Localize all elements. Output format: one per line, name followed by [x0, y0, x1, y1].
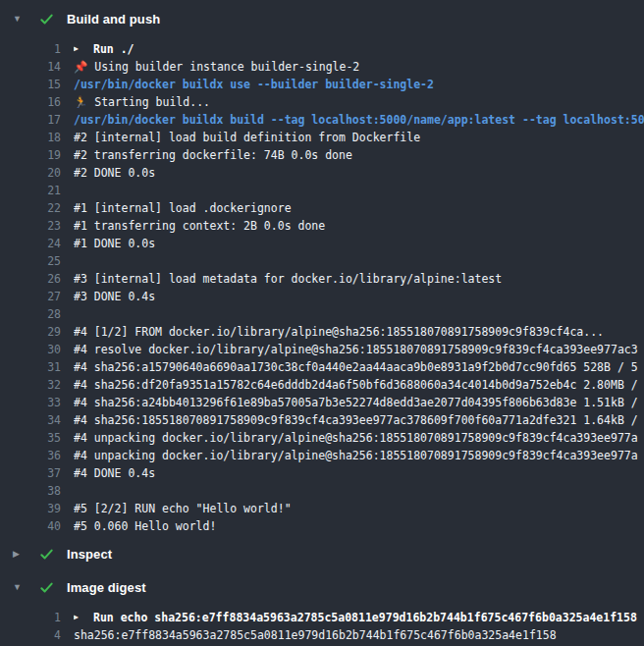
- line-text: #2 [internal] load build definition from…: [74, 131, 644, 144]
- line-number[interactable]: 39: [0, 502, 61, 515]
- line-number[interactable]: 18: [0, 131, 61, 144]
- line-content: 📌 Using builder instance builder-single-…: [74, 60, 359, 74]
- line-number[interactable]: 22: [0, 201, 61, 215]
- line-number[interactable]: 17: [0, 113, 61, 127]
- line-text: #4 sha256:a15790640a6690aa1730c38cf0a440…: [74, 360, 644, 374]
- line-number[interactable]: 26: [0, 272, 61, 286]
- line-text: 🏃 Starting build...: [74, 95, 644, 109]
- line-content: 🏃 Starting build...: [74, 95, 210, 109]
- line-number[interactable]: 14: [0, 60, 61, 74]
- line-text: /usr/bin/docker buildx build --tag local…: [74, 113, 644, 127]
- section-header[interactable]: ▼ Image digest: [0, 572, 644, 602]
- line-number[interactable]: 38: [0, 484, 61, 498]
- log-section-build-and-push: ▼ Build and push 1 ▶Run ./ 14 📌 Using bu…: [0, 4, 644, 535]
- line-number[interactable]: 33: [0, 396, 61, 409]
- section-toggle-icon[interactable]: ▶: [13, 550, 25, 559]
- line-number[interactable]: 36: [0, 449, 61, 462]
- line-number[interactable]: 15: [0, 78, 61, 91]
- log-line: 14 📌 Using builder instance builder-sing…: [0, 58, 644, 76]
- line-text: #1 [internal] load .dockerignore: [74, 201, 644, 215]
- line-number[interactable]: 19: [0, 148, 61, 162]
- line-text: 📌 Using builder instance builder-single-…: [74, 60, 644, 74]
- log-line: 1 ▶Run echo sha256:e7ff8834a5963a2785c5a…: [0, 609, 644, 626]
- log-line: 21: [0, 182, 644, 199]
- check-icon: [38, 546, 54, 562]
- log-line: 30 #4 resolve docker.io/library/alpine@s…: [0, 341, 644, 358]
- line-text: #4 sha256:185518070891758909c9f839cf4ca3…: [74, 413, 644, 427]
- log-line: 36 #4 unpacking docker.io/library/alpine…: [0, 447, 644, 464]
- line-number[interactable]: 21: [0, 184, 61, 197]
- section-header[interactable]: ▶ Inspect: [0, 539, 644, 568]
- line-content: #4 sha256:a15790640a6690aa1730c38cf0a440…: [74, 360, 638, 374]
- line-text: #4 resolve docker.io/library/alpine@sha2…: [74, 343, 644, 356]
- line-text: #5 [2/2] RUN echo "Hello world!": [74, 502, 644, 515]
- log-line: 32 #4 sha256:df20fa9351a15782c64e6dddb2d…: [0, 376, 644, 394]
- log-line: 18 #2 [internal] load build definition f…: [0, 129, 644, 146]
- line-content: #4 unpacking docker.io/library/alpine@sh…: [74, 431, 638, 445]
- line-text: #4 DONE 0.4s: [74, 466, 644, 480]
- line-content: #4 [1/2] FROM docker.io/library/alpine@s…: [74, 325, 604, 339]
- line-text: #3 DONE 0.4s: [74, 290, 644, 303]
- section-toggle-icon[interactable]: ▼: [13, 583, 25, 592]
- log-section-image-digest: ▼ Image digest 1 ▶Run echo sha256:e7ff88…: [0, 572, 644, 644]
- line-number[interactable]: 32: [0, 378, 61, 392]
- line-number[interactable]: 37: [0, 466, 61, 480]
- line-text: #5 0.060 Hello world!: [74, 519, 644, 533]
- log-line: 34 #4 sha256:185518070891758909c9f839cf4…: [0, 411, 644, 429]
- log-line: 4 sha256:e7ff8834a5963a2785c5a0811e979d1…: [0, 626, 644, 644]
- line-number[interactable]: 30: [0, 343, 61, 356]
- log-line: 16 🏃 Starting build...: [0, 93, 644, 111]
- line-number[interactable]: 1: [0, 42, 61, 56]
- line-content: #4 sha256:df20fa9351a15782c64e6dddb2d4a6…: [74, 378, 638, 392]
- log-line: 39 #5 [2/2] RUN echo "Hello world!": [0, 500, 644, 517]
- line-text: ▶Run echo sha256:e7ff8834a5963a2785c5a08…: [74, 611, 644, 624]
- log-line: 26 #3 [internal] load metadata for docke…: [0, 270, 644, 288]
- line-content: #4 sha256:a24bb4013296f61e89ba57005a7b3e…: [74, 396, 638, 409]
- line-content: #4 sha256:185518070891758909c9f839cf4ca3…: [74, 413, 638, 427]
- line-number[interactable]: 23: [0, 219, 61, 233]
- line-number[interactable]: 31: [0, 360, 61, 374]
- line-number[interactable]: 16: [0, 95, 61, 109]
- line-content: #1 [internal] load .dockerignore: [74, 201, 292, 215]
- line-text: #4 sha256:a24bb4013296f61e89ba57005a7b3e…: [74, 396, 644, 409]
- line-text: #2 DONE 0.0s: [74, 166, 644, 180]
- log-line: 1 ▶Run ./: [0, 40, 644, 58]
- line-number[interactable]: 29: [0, 325, 61, 339]
- line-number[interactable]: 34: [0, 413, 61, 427]
- log-line: 35 #4 unpacking docker.io/library/alpine…: [0, 429, 644, 447]
- line-text: #1 transferring context: 2B 0.0s done: [74, 219, 644, 233]
- line-content: #2 [internal] load build definition from…: [74, 131, 420, 144]
- line-number[interactable]: 27: [0, 290, 61, 303]
- line-number[interactable]: 4: [0, 628, 61, 642]
- log-line: 23 #1 transferring context: 2B 0.0s done: [0, 217, 644, 235]
- section-label: Inspect: [67, 547, 112, 562]
- log-line: 29 #4 [1/2] FROM docker.io/library/alpin…: [0, 323, 644, 341]
- log-line: 15 /usr/bin/docker buildx use --builder …: [0, 76, 644, 93]
- line-number[interactable]: 28: [0, 307, 61, 321]
- line-text: #4 unpacking docker.io/library/alpine@sh…: [74, 431, 644, 445]
- line-content: #2 DONE 0.0s: [74, 166, 155, 180]
- line-number[interactable]: 24: [0, 237, 61, 250]
- section-header[interactable]: ▼ Build and push: [0, 4, 644, 33]
- group-toggle-icon[interactable]: ▶: [74, 614, 85, 621]
- line-number[interactable]: 35: [0, 431, 61, 445]
- line-text: #4 sha256:df20fa9351a15782c64e6dddb2d4a6…: [74, 378, 644, 392]
- log-line: 24 #1 DONE 0.0s: [0, 235, 644, 252]
- log-line: 27 #3 DONE 0.4s: [0, 288, 644, 305]
- log-line: 22 #1 [internal] load .dockerignore: [0, 199, 644, 217]
- section-label: Image digest: [67, 580, 146, 595]
- line-content: /usr/bin/docker buildx use --builder bui…: [74, 78, 434, 91]
- line-content: #3 [internal] load metadata for docker.i…: [74, 272, 502, 286]
- line-number[interactable]: 1: [0, 611, 61, 624]
- log-line: 33 #4 sha256:a24bb4013296f61e89ba57005a7…: [0, 394, 644, 411]
- line-text: /usr/bin/docker buildx use --builder bui…: [74, 78, 644, 91]
- line-number[interactable]: 20: [0, 166, 61, 180]
- section-toggle-icon[interactable]: ▼: [13, 15, 25, 24]
- line-number[interactable]: 40: [0, 519, 61, 533]
- line-text: #3 [internal] load metadata for docker.i…: [74, 272, 644, 286]
- line-content: Run echo sha256:e7ff8834a5963a2785c5a081…: [93, 611, 637, 624]
- line-content: #4 DONE 0.4s: [74, 466, 155, 480]
- line-content: #4 resolve docker.io/library/alpine@sha2…: [74, 343, 638, 356]
- line-number[interactable]: 25: [0, 254, 61, 268]
- group-toggle-icon[interactable]: ▶: [74, 45, 85, 53]
